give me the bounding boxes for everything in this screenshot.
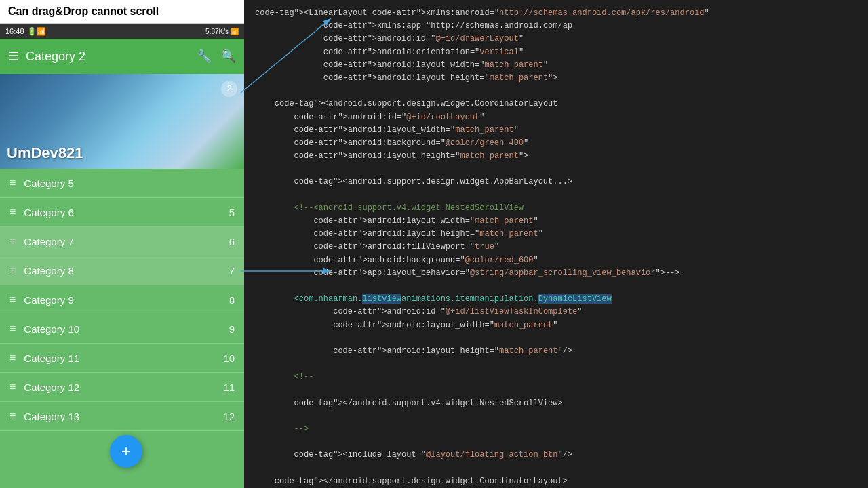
hero-badge: 2 (221, 81, 237, 97)
toolbar-icons: 🔧 🔍 (197, 49, 236, 64)
category-number: 5 (229, 207, 235, 218)
battery-icons: 🔋📶 (27, 27, 46, 36)
toolbar-left: ☰ Category 2 (8, 49, 85, 64)
drag-handle-icon: ≡ (9, 293, 16, 306)
app-toolbar: ☰ Category 2 🔧 🔍 (0, 39, 244, 74)
category-number: 8 (229, 294, 235, 306)
drag-handle-icon: ≡ (9, 177, 16, 189)
hero-watermark: UmDev821 (7, 144, 83, 162)
time-display: 16:48 (5, 27, 24, 35)
wrench-icon[interactable]: 🔧 (197, 49, 212, 64)
drag-handle-icon: ≡ (9, 410, 16, 422)
category-item[interactable]: ≡ Category 5 (0, 169, 244, 198)
toolbar-title: Category 2 (26, 49, 85, 64)
data-speed: 5.87K/s (205, 28, 229, 35)
drag-handle-icon: ≡ (9, 264, 16, 277)
drag-handle-icon: ≡ (9, 352, 16, 364)
category-item[interactable]: ≡ Category 8 7 (0, 256, 244, 285)
category-number: 7 (229, 265, 235, 277)
status-left: 16:48 🔋📶 (5, 27, 46, 36)
category-name: Category 10 (24, 323, 229, 335)
drag-handle-icon: ≡ (9, 323, 16, 335)
category-number: 6 (229, 236, 235, 247)
wifi-icon: 📶 (231, 28, 239, 35)
category-item[interactable]: ≡ Category 12 11 (0, 373, 244, 402)
category-item[interactable]: ≡ Category 9 8 (0, 285, 244, 314)
category-item[interactable]: ≡ Category 13 12 (0, 402, 244, 431)
category-item[interactable]: ≡ Category 10 9 (0, 314, 244, 344)
status-bar: 16:48 🔋📶 5.87K/s 📶 (0, 24, 244, 39)
category-item[interactable]: ≡ Category 11 10 (0, 344, 244, 373)
search-icon[interactable]: 🔍 (221, 49, 236, 64)
category-item[interactable]: ≡ Category 6 5 (0, 198, 244, 227)
status-right: 5.87K/s 📶 (205, 28, 239, 35)
category-number: 12 (223, 411, 235, 422)
drag-handle-icon: ≡ (9, 381, 16, 393)
category-name: Category 6 (24, 207, 229, 218)
fab-button[interactable]: + (110, 435, 142, 468)
category-name: Category 11 (24, 352, 223, 364)
category-name: Category 9 (24, 294, 229, 306)
left-panel: Can drag&Drop cannot scroll 16:48 🔋📶 5.8… (0, 0, 244, 488)
hero-area: UmDev821 2 (0, 74, 244, 169)
category-item[interactable]: ≡ Category 7 6 (0, 227, 244, 256)
phone-container: 16:48 🔋📶 5.87K/s 📶 ☰ Category 2 🔧 🔍 UmDe… (0, 24, 244, 488)
code-editor: code-tag"><LinearLayout code-attr">xmlns… (244, 0, 868, 488)
category-number: 10 (223, 352, 235, 364)
category-name: Category 13 (24, 411, 223, 422)
category-number: 9 (229, 323, 235, 335)
category-name: Category 8 (24, 265, 229, 277)
drag-handle-icon: ≡ (9, 206, 16, 218)
category-name: Category 12 (24, 382, 223, 393)
category-number: 11 (223, 382, 235, 393)
page-title: Can drag&Drop cannot scroll (0, 0, 244, 24)
drag-handle-icon: ≡ (9, 235, 16, 247)
category-name: Category 7 (24, 236, 229, 247)
category-name: Category 5 (24, 178, 235, 189)
menu-icon[interactable]: ☰ (8, 49, 19, 64)
